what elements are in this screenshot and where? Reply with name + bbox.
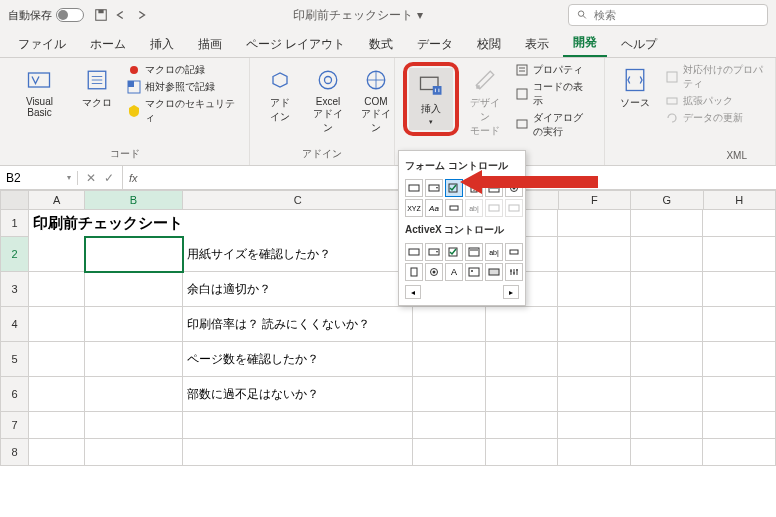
cell[interactable] (631, 307, 704, 342)
form-scrollbar-icon[interactable] (445, 199, 463, 217)
expansion-packs-button[interactable]: 拡張パック (661, 93, 767, 109)
cell[interactable] (413, 412, 486, 439)
activex-label-icon[interactable]: A (445, 263, 463, 281)
cell[interactable] (29, 272, 85, 307)
cell[interactable] (631, 439, 704, 466)
autosave-toggle[interactable]: 自動保存 (8, 8, 84, 23)
view-code-button[interactable]: コードの表示 (511, 79, 596, 109)
cell[interactable] (558, 342, 631, 377)
activex-listbox-icon[interactable] (465, 243, 483, 261)
form-listbox-icon[interactable] (485, 179, 503, 197)
cell[interactable] (703, 412, 776, 439)
cell[interactable] (703, 377, 776, 412)
cell[interactable] (183, 439, 413, 466)
cell[interactable] (558, 439, 631, 466)
activex-image-icon[interactable] (465, 263, 483, 281)
activex-combobox-icon[interactable] (425, 243, 443, 261)
cell[interactable] (85, 439, 183, 466)
tab-data[interactable]: データ (407, 32, 463, 57)
cell[interactable] (703, 307, 776, 342)
insert-controls-button[interactable]: 挿入 ▾ (409, 68, 453, 130)
cell[interactable] (703, 342, 776, 377)
cell[interactable] (29, 307, 85, 342)
fx-icon[interactable]: fx (123, 172, 144, 184)
visual-basic-button[interactable]: Visual Basic (8, 62, 71, 122)
tab-home[interactable]: ホーム (80, 32, 136, 57)
col-header-C[interactable]: C (183, 190, 414, 210)
cell[interactable] (558, 210, 631, 237)
col-header-B[interactable]: B (85, 190, 183, 210)
cell[interactable] (703, 210, 776, 237)
cell[interactable] (183, 412, 413, 439)
form-combobox-icon[interactable] (425, 179, 443, 197)
macro-security-button[interactable]: マクロのセキュリティ (123, 96, 241, 126)
cell[interactable] (29, 439, 85, 466)
tab-developer[interactable]: 開発 (563, 30, 607, 57)
row-header-1[interactable]: 1 (0, 210, 29, 237)
col-header-F[interactable]: F (559, 190, 631, 210)
cell[interactable] (703, 237, 776, 272)
form-label-icon[interactable]: Aa (425, 199, 443, 217)
cell[interactable] (558, 307, 631, 342)
addins-button[interactable]: アド イン (258, 62, 302, 128)
col-header-G[interactable]: G (631, 190, 703, 210)
form-groupbox-icon[interactable]: XYZ (405, 199, 423, 217)
cell[interactable] (486, 377, 559, 412)
cell[interactable] (631, 210, 704, 237)
cell[interactable] (85, 307, 183, 342)
search-input[interactable] (594, 9, 759, 21)
cell[interactable] (631, 272, 704, 307)
spreadsheet-grid[interactable]: A B C D E F G H 1 印刷前チェックシート 2 用紙サイズを確認し… (0, 190, 776, 466)
cell[interactable] (486, 412, 559, 439)
properties-button[interactable]: プロパティ (511, 62, 596, 78)
cell-C3[interactable]: 余白は適切か？ (183, 272, 413, 307)
cell[interactable] (558, 237, 631, 272)
cancel-formula-icon[interactable]: ✕ (86, 171, 96, 185)
cell[interactable] (85, 272, 183, 307)
form-spinner-icon[interactable] (465, 179, 483, 197)
cell[interactable] (558, 377, 631, 412)
name-box[interactable]: B2 ▾ (0, 171, 78, 185)
cell-C6[interactable]: 部数に過不足はないか？ (183, 377, 413, 412)
cell[interactable] (29, 342, 85, 377)
row-header-7[interactable]: 7 (0, 412, 29, 439)
save-icon[interactable] (94, 8, 108, 22)
design-mode-button[interactable]: デザイン モード (463, 62, 507, 142)
cell-C5[interactable]: ページ数を確認したか？ (183, 342, 413, 377)
search-box[interactable] (568, 4, 768, 26)
form-textfield-icon[interactable]: ab| (465, 199, 483, 217)
form-optionbutton-icon[interactable] (505, 179, 523, 197)
cell[interactable] (413, 439, 486, 466)
tab-formulas[interactable]: 数式 (359, 32, 403, 57)
row-header-5[interactable]: 5 (0, 342, 29, 377)
tab-help[interactable]: ヘルプ (611, 32, 667, 57)
scroll-right-icon[interactable]: ▸ (503, 285, 519, 299)
scroll-left-icon[interactable]: ◂ (405, 285, 421, 299)
activex-togglebutton-icon[interactable] (485, 263, 503, 281)
activex-morecontrols-icon[interactable] (505, 263, 523, 281)
col-header-H[interactable]: H (704, 190, 776, 210)
activex-scrollbar-icon[interactable] (505, 243, 523, 261)
cell[interactable] (631, 377, 704, 412)
cell[interactable] (29, 412, 85, 439)
cell[interactable] (631, 412, 704, 439)
row-header-3[interactable]: 3 (0, 272, 29, 307)
cell[interactable] (631, 342, 704, 377)
tab-review[interactable]: 校閲 (467, 32, 511, 57)
relative-reference-button[interactable]: 相対参照で記録 (123, 79, 241, 95)
enter-formula-icon[interactable]: ✓ (104, 171, 114, 185)
cell[interactable] (703, 439, 776, 466)
activex-textbox-icon[interactable]: ab| (485, 243, 503, 261)
select-all-button[interactable] (0, 190, 29, 210)
cell[interactable] (85, 342, 183, 377)
cell[interactable] (631, 237, 704, 272)
activex-commandbutton-icon[interactable] (405, 243, 423, 261)
activex-spinbutton-icon[interactable] (405, 263, 423, 281)
cell[interactable] (413, 307, 486, 342)
document-title[interactable]: 印刷前チェックシート ▾ (148, 7, 568, 24)
cell[interactable] (413, 377, 486, 412)
form-combolist-icon[interactable] (485, 199, 503, 217)
form-button-icon[interactable] (405, 179, 423, 197)
form-combodropdown-icon[interactable] (505, 199, 523, 217)
undo-icon[interactable] (114, 8, 128, 22)
